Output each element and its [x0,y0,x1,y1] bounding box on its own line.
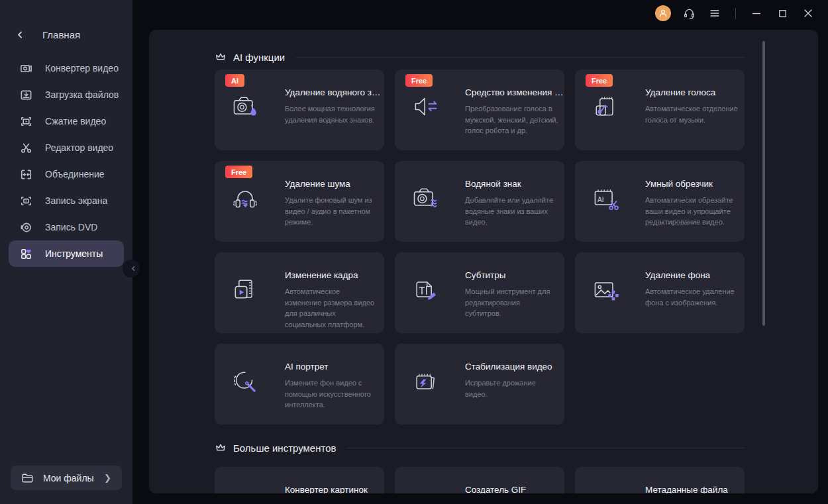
card-description: Автоматическое удаление фона с изображен… [645,286,738,308]
headset-icon[interactable] [681,5,697,21]
voice-changer-icon [411,92,440,121]
watermark-icon [411,183,440,213]
sidebar-item-label: Запись DVD [45,222,97,232]
icon [591,489,620,493]
tool-card[interactable]: AIУмный обрезчикАвтоматически обрезайте … [575,161,745,242]
minimize-icon[interactable] [749,5,764,21]
tool-card[interactable]: FreeСредство изменения гол...Преобразова… [395,70,564,150]
download-icon [20,89,32,101]
tool-card[interactable]: FreeУдаление голосаАвтоматическое отделе… [575,70,745,150]
ai-portrait-icon [231,366,260,395]
card-text: Умный обрезчикАвтоматически обрезайте ва… [645,179,738,242]
card-description: Более мощная технология удаления водяных… [285,103,384,125]
card-title: AI портрет [285,362,378,372]
section-header: Больше инструментов [215,441,745,454]
card-text: AI портретИзмените фон видео с помощью и… [285,362,378,425]
noise-removal-icon [231,183,260,213]
card-description: Автоматическое изменение размера видео д… [285,286,378,330]
section-title: AI функции [233,52,285,63]
tool-card[interactable]: Водяной знакДобавляйте или удаляйте водя… [395,161,564,242]
titlebar-separator [735,8,736,19]
menu-icon[interactable] [707,5,723,21]
collapse-sidebar-icon[interactable] [123,260,140,277]
tool-card[interactable]: AI портретИзмените фон видео с помощью и… [215,344,384,425]
sidebar-item-7[interactable]: Инструменты [9,240,124,267]
tool-card[interactable]: Удаление фонаАвтоматическое удаление фон… [575,252,745,333]
crown-icon [215,51,227,63]
sidebar-item-label: Редактор видео [45,142,113,153]
tool-card[interactable]: Метаданные файла [575,467,745,493]
sidebar-item-5[interactable]: Запись экрана [0,187,132,214]
scissors-icon [20,142,32,154]
card-title: Водяной знак [465,179,558,189]
icon [411,489,440,493]
sidebar-item-6[interactable]: Запись DVD [0,214,132,240]
my-files-button[interactable]: Мои файлы ❯ [11,466,122,490]
subtitles-icon [411,275,440,304]
card-badge: Free [586,74,613,87]
tool-card[interactable]: СубтитрыМощный инструмент для редактиров… [395,252,564,333]
sidebar: Главная Конвертер видеоЗагрузка файловСж… [0,0,132,504]
chevron-right-icon: ❯ [104,473,111,483]
my-files-label: Мои файлы [43,473,94,483]
section-divider [295,57,745,58]
icon [231,489,260,493]
tool-card[interactable]: AIУдаление водяного знак...Более мощная … [215,70,384,150]
main-panel: AI функцииAIУдаление водяного знак...Бол… [149,30,818,493]
card-description: Удалите фоновый шум из видео / аудио в п… [285,195,378,228]
maximize-icon[interactable] [774,5,790,21]
card-description: Автоматическое отделение голоса от музык… [645,103,738,125]
card-title: Изменение кадра [285,270,378,280]
close-icon[interactable] [800,5,816,21]
card-badge: AI [225,74,244,87]
section-divider [346,448,745,448]
tool-card[interactable]: FreeУдаление шумаУдалите фоновый шум из … [215,161,384,242]
card-badge: Free [405,74,433,87]
card-title: Удаление шума [285,179,378,189]
card-description: Мощный инструмент для редактирования суб… [465,286,558,319]
svg-text:AI: AI [597,196,604,203]
sidebar-item-label: Инструменты [45,248,103,259]
card-title: Создатель GIF [465,485,558,493]
scrollbar[interactable] [762,41,765,326]
sidebar-item-1[interactable]: Загрузка файлов [0,81,132,108]
folder-icon [21,472,33,484]
app-window: Главная Конвертер видеоЗагрузка файловСж… [0,0,828,504]
screen-record-icon [20,195,32,207]
tool-card[interactable]: Стабилизация видеоИсправьте дрожание вид… [395,344,564,425]
card-badge: Free [225,166,252,178]
avatar-icon[interactable] [655,5,671,21]
card-text: Создатель GIF [465,485,558,493]
card-description: Добавляйте или удаляйте водяные знаки из… [465,195,558,228]
compress-icon [20,115,32,128]
card-title: Удаление водяного знак... [285,87,384,97]
sidebar-item-label: Конвертер видео [45,63,119,74]
card-title: Конвертер картинок [285,485,378,493]
vocal-remover-icon [591,92,620,121]
merge-icon [20,168,32,181]
card-text: СубтитрыМощный инструмент для редактиров… [465,270,558,333]
card-title: Стабилизация видео [465,362,558,372]
tool-card[interactable]: Изменение кадраАвтоматическое изменение … [215,252,384,333]
card-title: Удаление фона [645,270,738,280]
card-text: Средство изменения гол...Преобразование … [465,87,564,150]
crown-icon [215,442,227,454]
sidebar-item-label: Сжатие видео [45,116,106,126]
card-description: Преобразование голоса в мужской, женский… [465,103,564,136]
card-title: Удаление голоса [645,87,738,97]
sidebar-home: Главная [0,26,132,43]
card-text: Водяной знакДобавляйте или удаляйте водя… [465,179,558,242]
card-grid: Конвертер картинокСоздатель GIFМетаданны… [215,467,745,493]
sidebar-item-2[interactable]: Сжатие видео [0,108,132,134]
sidebar-item-0[interactable]: Конвертер видео [0,55,132,81]
back-icon[interactable] [8,30,32,39]
tool-card[interactable]: Создатель GIF [395,467,564,493]
dvd-icon [20,221,32,234]
card-title: Метаданные файла [645,485,738,493]
watermark-remover-icon [231,92,260,121]
tool-card[interactable]: Конвертер картинок [215,467,384,493]
bg-remover-icon [591,275,620,304]
sidebar-item-4[interactable]: Объединение [0,161,132,187]
video-converter-icon [20,62,32,75]
sidebar-item-3[interactable]: Редактор видео [0,134,132,161]
